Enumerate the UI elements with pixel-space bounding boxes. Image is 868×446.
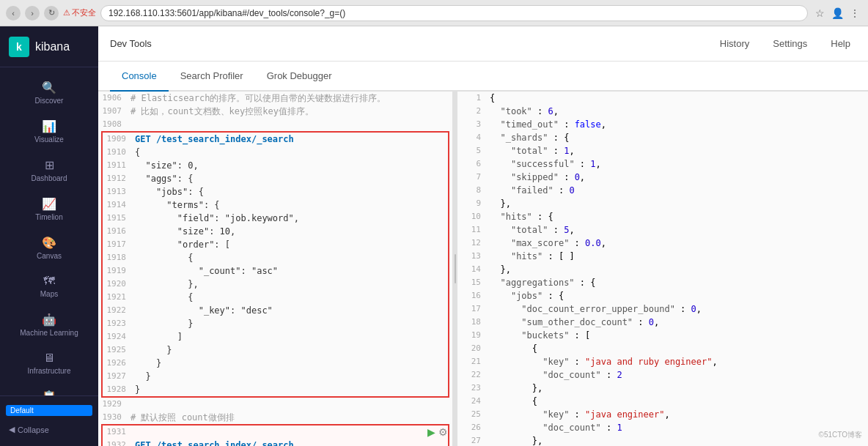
response-line-content: { — [487, 395, 868, 408]
response-line-content: "buckets" : [ — [487, 329, 868, 342]
editor-line[interactable]: 1906# Elasticsearch的排序。可以使用自带的关键数据进行排序。 — [98, 92, 452, 105]
response-line-content: "skipped" : 0, — [487, 171, 868, 184]
editor-line[interactable]: 1916 "size": 10, — [101, 225, 449, 238]
response-line-content: { — [487, 342, 868, 355]
run-button[interactable]: ▶ — [427, 426, 435, 438]
sidebar-item-canvas[interactable]: 🎨 Canvas — [0, 228, 98, 267]
editor-line[interactable]: 1910{ — [101, 146, 449, 159]
console-area: 1906# Elasticsearch的排序。可以使用自带的关键数据进行排序。1… — [98, 92, 868, 446]
address-bar[interactable]: 192.168.110.133:5601/app/kibana#/dev_too… — [100, 5, 808, 21]
default-space-badge[interactable]: Default — [6, 405, 92, 416]
editor-line[interactable]: 1932GET /test_search_index/_search — [101, 439, 449, 446]
reload-button[interactable]: ↻ — [44, 6, 59, 21]
sidebar-item-discover[interactable]: 🔍 Discover — [0, 73, 98, 112]
settings-button[interactable]: Settings — [767, 35, 813, 52]
response-line: 20 { — [457, 342, 868, 355]
editor-line[interactable]: 1927 } — [101, 370, 449, 383]
line-content — [132, 425, 427, 439]
line-number: 1931 — [103, 425, 132, 439]
sidebar-item-dashboard[interactable]: ⊞ Dashboard — [0, 151, 98, 190]
editor-line[interactable]: 1925 } — [101, 343, 449, 357]
editor-line[interactable]: 1912 "aggs": { — [101, 172, 449, 185]
sidebar-item-infrastructure[interactable]: 🖥 Infrastructure — [0, 344, 98, 382]
code-editor[interactable]: 1906# Elasticsearch的排序。可以使用自带的关键数据进行排序。1… — [98, 92, 452, 446]
security-badge: ⚠ 不安全 — [63, 7, 96, 18]
editor-line[interactable]: 1918 { — [101, 251, 449, 264]
sidebar-item-visualize[interactable]: 📊 Visualize — [0, 112, 98, 151]
response-line: 8 "failed" : 0 — [457, 184, 868, 197]
app-container: k kibana 🔍 Discover 📊 Visualize ⊞ Dashbo… — [0, 26, 868, 446]
editor-line[interactable]: 1924 ] — [101, 330, 449, 343]
back-button[interactable]: ‹ — [6, 6, 21, 21]
response-line: 18 "sum_other_doc_count" : 0, — [457, 316, 868, 329]
editor-line[interactable]: 1909GET /test_search_index/_search — [101, 131, 449, 146]
editor-line[interactable]: 1913 "jobs": { — [101, 185, 449, 198]
maps-icon: 🗺 — [43, 275, 55, 288]
editor-line[interactable]: 1922 "_key": "desc" — [101, 304, 449, 317]
tab-grok-debugger[interactable]: Grok Debugger — [255, 62, 344, 92]
line-number: 1913 — [103, 185, 132, 198]
menu-icon[interactable]: ⋮ — [847, 6, 862, 21]
response-line-number: 9 — [457, 197, 487, 210]
response-line-number: 18 — [457, 316, 487, 329]
collapse-label: Collapse — [18, 425, 49, 434]
sidebar-item-maps[interactable]: 🗺 Maps — [0, 267, 98, 305]
line-number: 1922 — [103, 304, 132, 317]
line-content: { — [132, 146, 448, 159]
collapse-button[interactable]: ◀ Collapse — [0, 419, 98, 440]
bookmark-icon[interactable]: ☆ — [812, 6, 827, 21]
editor-line[interactable]: 1907# 比如，count文档数、key控照key值排序。 — [98, 105, 452, 118]
editor-line[interactable]: 1917 "order": [ — [101, 238, 449, 251]
editor-line[interactable]: 1928} — [101, 383, 449, 398]
response-line-content: "total" : 5, — [487, 223, 868, 237]
line-number: 1928 — [103, 383, 132, 396]
profile-icon[interactable]: 👤 — [830, 6, 845, 21]
editor-line[interactable]: 1930# 默认按照 count做倒排 — [98, 411, 452, 424]
line-number: 1912 — [103, 172, 132, 185]
response-line-number: 12 — [457, 237, 487, 250]
response-line-number: 4 — [457, 131, 487, 144]
line-number: 1924 — [103, 330, 132, 343]
response-line-content: }, — [487, 197, 868, 210]
sidebar-nav: 🔍 Discover 📊 Visualize ⊞ Dashboard 📈 Tim… — [0, 67, 98, 395]
tab-search-profiler[interactable]: Search Profiler — [169, 62, 255, 92]
editor-line[interactable]: 1914 "terms": { — [101, 198, 449, 212]
editor-line[interactable]: 1908 — [98, 118, 452, 131]
response-line: 17 "doc_count_error_upper_bound" : 0, — [457, 302, 868, 316]
response-line: 16 "jobs" : { — [457, 289, 868, 302]
editor-line[interactable]: 1920 }, — [101, 278, 449, 291]
help-button[interactable]: Help — [825, 35, 856, 52]
editor-line[interactable]: 1926 } — [101, 357, 449, 370]
line-number: 1915 — [103, 212, 132, 225]
response-line-number: 6 — [457, 157, 487, 171]
editor-line[interactable]: 1921 { — [101, 291, 449, 304]
history-button[interactable]: History — [714, 35, 755, 52]
collapse-icon: ◀ — [9, 425, 15, 434]
sidebar-item-ml[interactable]: 🤖 Machine Learning — [0, 305, 98, 344]
sidebar: k kibana 🔍 Discover 📊 Visualize ⊞ Dashbo… — [0, 26, 98, 446]
response-line-number: 23 — [457, 382, 487, 395]
sidebar-item-timelion[interactable]: 📈 Timelion — [0, 190, 98, 228]
response-line-content: "aggregations" : { — [487, 276, 868, 289]
editor-line[interactable]: 1923 } — [101, 317, 449, 330]
sidebar-item-logs[interactable]: 📋 Logs — [0, 382, 98, 395]
response-line: 14 }, — [457, 263, 868, 276]
timelion-icon: 📈 — [42, 197, 56, 211]
editor-line[interactable]: 1919 "_count": "asc" — [101, 264, 449, 278]
editor-line[interactable]: 1929 — [98, 398, 452, 411]
line-content: "_count": "asc" — [132, 264, 448, 278]
kibana-wordmark: kibana — [35, 40, 70, 53]
section-settings-button[interactable]: ⚙ — [438, 426, 448, 438]
editor-line[interactable]: 1915 "field": "job.keyword", — [101, 212, 449, 225]
response-line-content: "total" : 1, — [487, 144, 868, 157]
forward-button[interactable]: › — [25, 6, 40, 21]
response-line-content: "jobs" : { — [487, 289, 868, 302]
line-content: ] — [132, 330, 448, 343]
response-line-content: { — [487, 92, 868, 105]
editor-line[interactable]: 1931▶⚙ — [101, 424, 449, 439]
tab-console[interactable]: Console — [110, 62, 169, 92]
logs-icon: 📋 — [42, 390, 56, 395]
line-number: 1921 — [103, 291, 132, 304]
response-line: 5 "total" : 1, — [457, 144, 868, 157]
editor-line[interactable]: 1911 "size": 0, — [101, 159, 449, 172]
